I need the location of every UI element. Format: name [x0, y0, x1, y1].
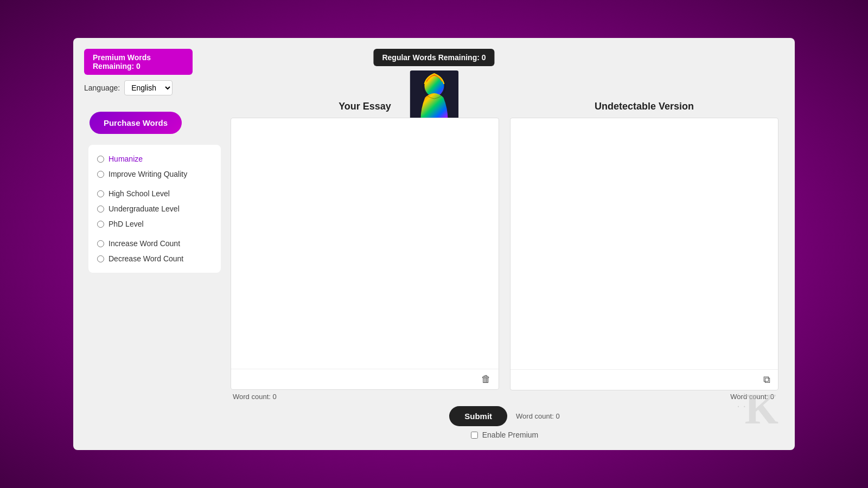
center-header: Regular Words Remaining: 0 [373, 49, 494, 119]
undetectable-title: Undetectable Version [510, 101, 778, 112]
enable-premium-row: Enable Premium [231, 431, 778, 439]
logo-image [410, 70, 458, 119]
option-high-school[interactable]: High School Level [97, 186, 212, 201]
essay-textarea[interactable] [231, 118, 499, 369]
undetectable-textarea[interactable] [510, 118, 778, 369]
submit-button[interactable]: Submit [449, 406, 507, 426]
bottom-word-count-label: Word count: [516, 412, 554, 420]
essay-word-count-value: 0 [272, 393, 276, 401]
purchase-words-button[interactable]: Purchase Words [90, 112, 182, 134]
essay-footer: 🗑 [231, 369, 499, 389]
main-content: Your Essay 🗑 Word count: 0 Undetectable [225, 101, 784, 439]
undetectable-panel: Undetectable Version ⧉ Word count: 0 [510, 101, 778, 401]
language-label: Language: [84, 84, 120, 92]
essay-delete-button[interactable]: 🗑 [479, 373, 493, 386]
phd-label[interactable]: PhD Level [108, 220, 144, 228]
phd-radio[interactable] [97, 221, 104, 228]
undetectable-bottom: Word count: 0 [510, 393, 778, 401]
option-improve-writing[interactable]: Improve Writing Quality [97, 166, 212, 182]
humanize-label[interactable]: Humanize [108, 155, 143, 163]
option-decrease-word[interactable]: Decrease Word Count [97, 251, 212, 266]
undergraduate-radio[interactable] [97, 206, 104, 213]
undetectable-word-count-value: 0 [770, 393, 774, 401]
bottom-word-count: Word count: 0 [516, 412, 560, 420]
sidebar-section-options: Humanize Improve Writing Quality High Sc… [88, 145, 221, 273]
essay-panel: Your Essay 🗑 Word count: 0 [231, 101, 499, 401]
essay-editor-wrapper: 🗑 [231, 118, 499, 390]
decrease-word-label[interactable]: Decrease Word Count [108, 254, 183, 263]
sidebar: Purchase Words Humanize Improve Writing … [84, 101, 225, 439]
bottom-bar: Submit Word count: 0 [231, 401, 778, 428]
option-humanize[interactable]: Humanize [97, 151, 212, 166]
essay-word-count: Word count: 0 [231, 393, 499, 401]
undetectable-word-count: Word count: 0 [730, 393, 776, 401]
undetectable-editor-wrapper: ⧉ [510, 118, 778, 390]
editors-row: Your Essay 🗑 Word count: 0 Undetectable [231, 101, 778, 401]
option-undergraduate[interactable]: Undergraduate Level [97, 201, 212, 216]
increase-word-radio[interactable] [97, 240, 104, 247]
header-area: Premium Words Remaining: 0 Language: Eng… [84, 49, 784, 95]
language-select[interactable]: English Spanish French German [124, 80, 173, 95]
main-window: Premium Words Remaining: 0 Language: Eng… [73, 38, 795, 450]
regular-words-badge: Regular Words Remaining: 0 [373, 49, 494, 66]
left-header: Premium Words Remaining: 0 Language: Eng… [84, 49, 193, 95]
premium-words-badge: Premium Words Remaining: 0 [84, 49, 193, 75]
option-phd[interactable]: PhD Level [97, 216, 212, 232]
undetectable-copy-button[interactable]: ⧉ [761, 373, 773, 387]
undetectable-word-count-label: Word count: [730, 393, 768, 401]
improve-writing-label[interactable]: Improve Writing Quality [108, 170, 187, 178]
improve-writing-radio[interactable] [97, 171, 104, 178]
essay-word-count-label: Word count: [233, 393, 271, 401]
high-school-radio[interactable] [97, 190, 104, 197]
decrease-word-radio[interactable] [97, 255, 104, 262]
content-area: Purchase Words Humanize Improve Writing … [84, 101, 784, 439]
humanize-radio[interactable] [97, 156, 104, 163]
undergraduate-label[interactable]: Undergraduate Level [108, 204, 180, 213]
undetectable-footer: ⧉ [510, 369, 778, 390]
language-row: Language: English Spanish French German [84, 80, 193, 95]
option-increase-word[interactable]: Increase Word Count [97, 236, 212, 251]
increase-word-label[interactable]: Increase Word Count [108, 239, 180, 248]
high-school-label[interactable]: High School Level [108, 189, 170, 198]
bottom-word-count-value: 0 [556, 412, 560, 420]
enable-premium-label[interactable]: Enable Premium [482, 431, 539, 439]
enable-premium-checkbox[interactable] [471, 432, 478, 439]
